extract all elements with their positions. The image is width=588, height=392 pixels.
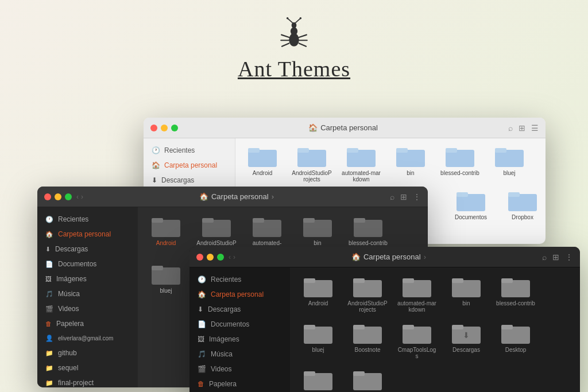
- minimize-button-darkest[interactable]: [207, 254, 214, 261]
- minimize-button-mid[interactable]: [55, 193, 61, 200]
- folder-blessed-darkest[interactable]: blessed-contrib: [496, 275, 536, 313]
- sidebar-documentos-mid[interactable]: 📄 Documentos: [37, 257, 138, 271]
- folder-dropbox-darkest[interactable]: Dropbox: [347, 368, 388, 392]
- folder-descargas-darkest[interactable]: ⬇ Descargas: [446, 322, 486, 359]
- titlebar-actions-mid: ⌕ ⊞ ⋮: [390, 192, 421, 201]
- svg-rect-22: [446, 148, 457, 153]
- view-icon-darkest[interactable]: ⊞: [552, 253, 559, 262]
- window-title-light: 🏠 Carpeta personal: [178, 123, 508, 132]
- folder-blessed-light[interactable]: blessed-contrib: [440, 145, 480, 183]
- home-icon-darkest: 🏠: [351, 253, 361, 261]
- folder-dropbox-light-extra[interactable]: Dropbox: [502, 189, 543, 220]
- more-icon-darkest[interactable]: ⋮: [565, 253, 573, 262]
- sidebar-papelera-mid[interactable]: 🗑 Papelera: [37, 316, 138, 331]
- traffic-lights-light: [150, 125, 178, 131]
- window-title-darkest: 🏠 Carpeta personal ›: [240, 253, 537, 261]
- search-icon-darkest[interactable]: ⌕: [542, 253, 547, 262]
- svg-line-10: [296, 19, 300, 23]
- more-icon-mid[interactable]: ⋮: [413, 192, 421, 201]
- sidebar-item-home-light[interactable]: 🏠 Carpeta personal: [144, 158, 235, 173]
- maximize-button-light[interactable]: [171, 125, 178, 131]
- sidebar-recientes-darkest[interactable]: 🕐 Recientes: [189, 272, 290, 287]
- folder-android-darkest[interactable]: Android: [298, 275, 338, 313]
- download-icon-mid: ⬇: [45, 246, 51, 253]
- folder-androidstudio-darkest[interactable]: AndroidStudioProjects: [347, 275, 388, 313]
- chevron-icon-mid: ›: [272, 192, 274, 201]
- svg-line-6: [299, 35, 307, 37]
- sidebar-recientes-mid[interactable]: 🕐 Recientes: [37, 212, 138, 227]
- sidebar-papelera-darkest[interactable]: 🗑 Papelera: [189, 377, 290, 391]
- svg-rect-67: [353, 371, 365, 376]
- sidebar-musica-darkest[interactable]: 🎵 Música: [189, 347, 290, 362]
- folder-desktop-darkest[interactable]: Desktop: [496, 322, 536, 359]
- search-icon-light[interactable]: ⌕: [508, 123, 513, 133]
- back-icon-mid[interactable]: ‹: [76, 193, 79, 201]
- sidebar-videos-mid[interactable]: 🎬 Videos: [37, 301, 138, 316]
- sidebar-item-recientes-light[interactable]: 🕐 Recientes: [144, 143, 235, 158]
- svg-text:⬇: ⬇: [463, 331, 470, 340]
- folder-automated-darkest[interactable]: automated-markdown: [397, 275, 437, 313]
- titlebar-mid: ‹ › 🏠 Carpeta personal › ⌕ ⊞ ⋮: [37, 187, 428, 207]
- folder-icon-final: 📁: [45, 379, 53, 387]
- sidebar-home-darkest[interactable]: 🏠 Carpeta personal: [189, 287, 290, 302]
- sidebar-descargas-mid[interactable]: ⬇ Descargas: [37, 242, 138, 257]
- search-icon-mid[interactable]: ⌕: [390, 192, 394, 201]
- folder-bluej-mid[interactable]: bluej: [146, 263, 186, 294]
- extra-folders-light: Documentos Dropbox: [451, 189, 543, 220]
- svg-point-1: [291, 28, 297, 36]
- forward-icon-darkest[interactable]: ›: [233, 253, 235, 261]
- folder-cmap-darkest[interactable]: CmapToolsLogs: [397, 322, 437, 359]
- folder-android-mid[interactable]: Android: [146, 215, 186, 253]
- sidebar-final-mid[interactable]: 📁 final-project: [37, 375, 138, 387]
- svg-rect-24: [495, 148, 506, 153]
- folder-bluej-light[interactable]: bluej: [489, 145, 529, 183]
- svg-rect-69: [457, 192, 468, 197]
- maximize-button-darkest[interactable]: [217, 254, 224, 261]
- sidebar-item-descargas-light[interactable]: ⬇ Descargas: [144, 173, 235, 188]
- maximize-button-mid[interactable]: [65, 193, 72, 200]
- svg-rect-32: [303, 218, 315, 223]
- folder-android-light[interactable]: Android: [242, 145, 283, 183]
- sidebar-github-mid[interactable]: 📁 github: [37, 346, 138, 360]
- folder-bluej-darkest[interactable]: bluej: [298, 322, 338, 359]
- svg-rect-44: [304, 278, 315, 283]
- folder-bin-darkest[interactable]: bin: [446, 275, 486, 313]
- close-button-darkest[interactable]: [196, 254, 203, 261]
- close-button-light[interactable]: [150, 125, 157, 131]
- titlebar-darkest: ‹ › 🏠 Carpeta personal › ⌕ ⊞ ⋮: [189, 247, 580, 267]
- minimize-button-light[interactable]: [161, 125, 168, 131]
- video-icon-mid: 🎬: [45, 305, 53, 313]
- titlebar-light: 🏠 Carpeta personal ⌕ ⊞ ☰: [144, 118, 546, 138]
- sidebar-home-mid[interactable]: 🏠 Carpeta personal: [37, 227, 138, 242]
- folder-boostnote-darkest[interactable]: Boostnote: [347, 322, 388, 359]
- nav-arrows-mid: ‹ ›: [76, 193, 83, 201]
- folder-androidstudio-light[interactable]: AndroidStudioProjects: [292, 145, 332, 183]
- svg-rect-30: [253, 218, 264, 223]
- image-icon-darkest: 🖼: [198, 335, 204, 343]
- menu-icon-light[interactable]: ☰: [531, 123, 539, 133]
- sidebar-videos-darkest[interactable]: 🎬 Videos: [189, 362, 290, 377]
- sidebar-imagenes-darkest[interactable]: 🖼 Imágenes: [189, 332, 290, 347]
- home-icon-sid-mid: 🏠: [45, 231, 53, 238]
- folder-automated-light[interactable]: automated-markdown: [341, 145, 381, 183]
- doc-icon-mid: 📄: [45, 261, 53, 268]
- sidebar-descargas-darkest[interactable]: ⬇ Descargas: [189, 302, 290, 317]
- sidebar-email-mid[interactable]: 👤 eliverlara@gmail.com: [37, 331, 138, 346]
- app-title: Ant Themes: [0, 56, 588, 81]
- svg-rect-58: [403, 325, 414, 329]
- sidebar-imagenes-mid[interactable]: 🖼 Imágenes: [37, 271, 138, 286]
- forward-icon-mid[interactable]: ›: [81, 193, 83, 201]
- folder-documentos-light-extra[interactable]: Documentos: [451, 189, 491, 220]
- sidebar-documentos-darkest[interactable]: 📄 Documentos: [189, 317, 290, 332]
- folder-documentos-darkest[interactable]: Documentos: [298, 368, 338, 392]
- folder-bin-light[interactable]: bin: [390, 145, 431, 183]
- home-icon-light: 🏠: [308, 123, 318, 132]
- sidebar-musica-mid[interactable]: 🎵 Música: [37, 286, 138, 301]
- traffic-lights-mid: [44, 193, 72, 200]
- back-icon-darkest[interactable]: ‹: [229, 253, 231, 261]
- sidebar-sequel-mid[interactable]: 📁 sequel: [37, 360, 138, 375]
- close-button-mid[interactable]: [44, 193, 51, 200]
- sidebar-darkest: 🕐 Recientes 🏠 Carpeta personal ⬇ Descarg…: [189, 267, 290, 392]
- view-icon-mid[interactable]: ⊞: [400, 192, 407, 201]
- view-icon-light[interactable]: ⊞: [519, 123, 525, 133]
